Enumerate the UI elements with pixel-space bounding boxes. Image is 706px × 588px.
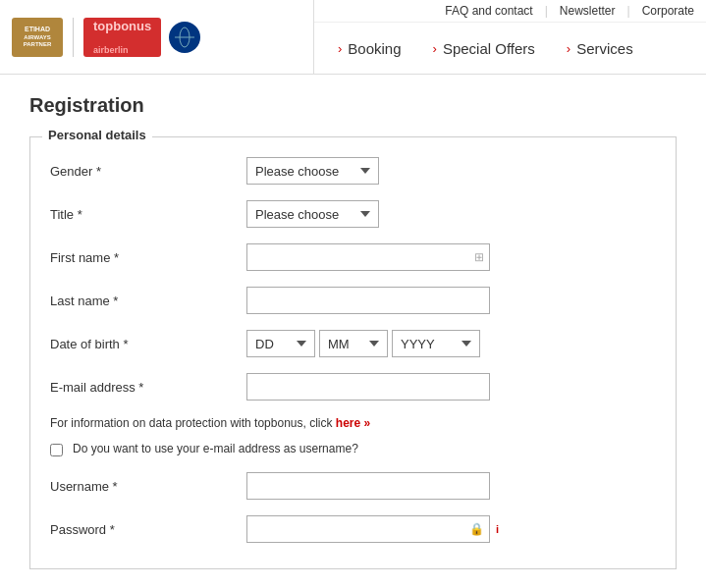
use-email-checkbox[interactable] [50,444,63,456]
nav-separator: | [545,4,548,18]
username-input[interactable] [246,472,490,500]
nav-area: FAQ and contact | Newsletter | Corporate… [314,0,706,74]
topbonus-logo: topbonus airberlin [83,18,161,57]
header: ETIHAD AIRWAYS PARTNER topbonus airberli… [0,0,706,75]
password-lock-icon: 🔒 [469,522,484,536]
corporate-link[interactable]: Corporate [642,4,694,18]
password-input-wrapper: 🔒 [246,515,490,543]
email-row: E-mail address * [50,373,656,401]
firstname-control: ⊞ [246,243,656,271]
dob-month-select[interactable]: MM 0102030405 0607080910 1112 [319,330,388,357]
nav-booking[interactable]: › Booking [322,32,417,65]
password-input[interactable] [246,515,490,543]
dob-control: DD 0102030405 0607080910 1112131415 1617… [246,330,656,357]
email-control [246,373,656,401]
password-label: Password * [50,522,246,537]
username-control [246,472,656,500]
nav-special-offers[interactable]: › Special Offers [417,32,551,65]
email-input[interactable] [246,373,490,401]
firstname-label: First name * [50,250,246,265]
services-arrow: › [567,41,570,56]
email-label: E-mail address * [50,380,246,395]
nav-services[interactable]: › Services [551,32,649,65]
booking-arrow: › [338,41,342,56]
world-logo [169,22,200,53]
title-control: Please choose Mr Mrs Ms Dr [246,200,656,228]
lastname-control [246,287,656,314]
dob-label: Date of birth * [50,337,246,351]
dob-day-select[interactable]: DD 0102030405 0607080910 1112131415 1617… [246,330,315,357]
gender-control: Please choose Male Female [246,157,656,185]
special-offers-label: Special Offers [443,40,535,57]
logo-divider [73,18,74,57]
firstname-input-wrapper: ⊞ [246,243,490,271]
title-row: Title * Please choose Mr Mrs Ms Dr [50,200,656,228]
username-label: Username * [50,479,246,494]
username-row: Username * [50,472,656,500]
dob-row: Date of birth * DD 0102030405 0607080910… [50,330,656,357]
gender-label: Gender * [50,164,246,179]
lastname-input[interactable] [246,287,490,314]
personal-details-section: Personal details Gender * Please choose … [29,136,677,569]
dob-year-select[interactable]: YYYY [392,330,480,357]
special-offers-arrow: › [433,41,437,56]
nav-separator2: | [627,4,630,18]
etihad-logo: ETIHAD AIRWAYS PARTNER [12,18,63,57]
faq-link[interactable]: FAQ and contact [445,4,532,18]
firstname-input[interactable] [246,243,490,271]
password-control: 🔒 i [246,515,656,543]
password-info-icon[interactable]: i [496,523,499,535]
logo-area: ETIHAD AIRWAYS PARTNER topbonus airberli… [0,0,314,74]
use-email-checkbox-row: Do you want to use your e-mail address a… [50,442,656,456]
use-email-label: Do you want to use your e-mail address a… [73,442,358,455]
firstname-row: First name * ⊞ [50,243,656,271]
gender-select[interactable]: Please choose Male Female [246,157,379,185]
gender-row: Gender * Please choose Male Female [50,157,656,185]
password-row: Password * 🔒 i [50,515,656,543]
title-select[interactable]: Please choose Mr Mrs Ms Dr [246,200,379,228]
firstname-icon: ⊞ [474,250,484,264]
lastname-row: Last name * [50,287,656,314]
services-label: Services [576,40,633,57]
nav-bottom: › Booking › Special Offers › Services [314,23,706,74]
page-content: Registration Personal details Gender * P… [0,75,706,588]
nav-top: FAQ and contact | Newsletter | Corporate [314,0,706,23]
booking-label: Booking [348,40,401,57]
data-protection-text: For information on data protection with … [50,416,656,430]
data-protection-link[interactable]: here » [336,416,370,430]
section-legend: Personal details [42,128,152,142]
dob-selects: DD 0102030405 0607080910 1112131415 1617… [246,330,656,357]
page-title: Registration [29,94,677,117]
newsletter-link[interactable]: Newsletter [560,4,616,18]
title-label: Title * [50,207,246,222]
lastname-label: Last name * [50,294,246,308]
